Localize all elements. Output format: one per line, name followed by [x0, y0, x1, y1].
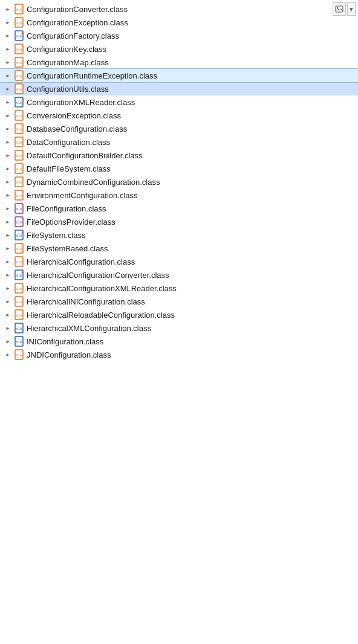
class-icon: 010: [14, 83, 25, 94]
tree-item[interactable]: ►010ConfigurationUtils.class: [0, 82, 358, 95]
item-label: JNDIConfiguration.class: [27, 350, 111, 359]
tree-item[interactable]: ►010ConfigurationConverter.class: [0, 2, 358, 16]
tree-item[interactable]: ►010AConfigurationXMLReader.class: [0, 95, 358, 109]
class-icon: 010: [14, 283, 25, 294]
svg-text:010: 010: [16, 154, 22, 158]
expand-arrow[interactable]: ►: [4, 257, 12, 266]
svg-text:A: A: [21, 31, 24, 36]
item-label: ConfigurationMap.class: [27, 58, 109, 67]
expand-arrow[interactable]: ►: [4, 350, 12, 359]
item-label: HierarchicalReloadableConfiguration.clas…: [27, 311, 175, 320]
item-label: ConfigurationException.class: [27, 18, 128, 27]
class-icon: 010: [14, 243, 25, 254]
svg-text:010: 010: [16, 127, 22, 131]
expand-arrow[interactable]: ►: [4, 297, 12, 306]
svg-text:010: 010: [16, 221, 22, 224]
expand-arrow[interactable]: ►: [4, 191, 12, 199]
class-icon: 010: [14, 309, 25, 320]
svg-text:010: 010: [16, 167, 22, 171]
item-label: DatabaseConfiguration.class: [27, 124, 127, 134]
expand-arrow[interactable]: ►: [4, 98, 12, 106]
class-icon: 010: [14, 296, 25, 307]
tree-item[interactable]: ►010ConversionException.class: [0, 109, 358, 122]
tree-item[interactable]: ►010HierarchicalConfiguration.class: [0, 255, 358, 268]
svg-text:010: 010: [16, 8, 22, 11]
tree-item[interactable]: ►010HierarchicalReloadableConfiguration.…: [0, 308, 358, 321]
expand-arrow[interactable]: ►: [4, 18, 12, 27]
svg-text:A: A: [21, 270, 24, 275]
expand-arrow[interactable]: ►: [4, 111, 12, 120]
svg-text:010: 010: [16, 287, 22, 291]
tree-item[interactable]: ►010AConfigurationFactory.class: [0, 29, 358, 42]
tree-item[interactable]: ►010DynamicCombinedConfiguration.class: [0, 175, 358, 188]
class-icon: 010: [14, 43, 25, 54]
tree-item[interactable]: ►010ConfigurationMap.class: [0, 56, 358, 69]
expand-arrow[interactable]: ►: [4, 284, 12, 292]
item-label: HierarchicalConfigurationXMLReader.class: [27, 284, 177, 293]
tree-item[interactable]: ►010DefaultConfigurationBuilder.class: [0, 149, 358, 162]
tree-item[interactable]: ►010DatabaseConfiguration.class: [0, 122, 358, 135]
expand-arrow[interactable]: ►: [4, 124, 12, 133]
expand-arrow[interactable]: ►: [4, 337, 12, 346]
class-icon: 010: [14, 336, 25, 347]
class-icon: 010: [14, 190, 25, 201]
class-icon: 010: [14, 110, 25, 121]
class-icon: 010: [14, 4, 25, 14]
expand-arrow[interactable]: ►: [4, 324, 12, 332]
tree-item[interactable]: ►010AHierarchicalConfigurationConverter.…: [0, 268, 358, 282]
tree-item[interactable]: ►010HierarchicalConfigurationXMLReader.c…: [0, 282, 358, 295]
expand-arrow[interactable]: ►: [4, 45, 12, 53]
expand-arrow[interactable]: ►: [4, 71, 12, 80]
class-icon: 010: [14, 163, 25, 174]
item-label: ConfigurationXMLReader.class: [27, 98, 135, 107]
item-label: FileSystem.class: [27, 231, 86, 240]
expand-arrow[interactable]: ►: [4, 204, 12, 213]
expand-arrow[interactable]: ►: [4, 178, 12, 186]
expand-arrow[interactable]: ►: [4, 58, 12, 66]
expand-arrow[interactable]: ►: [4, 231, 12, 239]
svg-text:010: 010: [16, 194, 22, 198]
expand-arrow[interactable]: ►: [4, 138, 12, 146]
tree-item[interactable]: ►010EnvironmentConfiguration.class: [0, 188, 358, 202]
item-label: INIConfiguration.class: [27, 337, 103, 346]
item-label: ConfigurationUtils.class: [27, 85, 109, 94]
expand-arrow[interactable]: ►: [4, 85, 12, 93]
svg-text:!: !: [22, 204, 23, 208]
tree-item[interactable]: ►010HierarchicalINIConfiguration.class: [0, 295, 358, 308]
tree-item[interactable]: ►010ConfigurationKey.class: [0, 42, 358, 56]
tree-item[interactable]: ►010INIConfiguration.class: [0, 335, 358, 348]
expand-arrow[interactable]: ►: [4, 217, 12, 226]
svg-text:010: 010: [16, 21, 22, 25]
item-label: ConversionException.class: [27, 111, 121, 120]
expand-arrow[interactable]: ►: [4, 31, 12, 40]
tree-item[interactable]: ►010AFileSystem.class: [0, 228, 358, 242]
expand-arrow[interactable]: ►: [4, 164, 12, 173]
item-label: HierarchicalXMLConfiguration.class: [27, 324, 151, 333]
svg-text:010: 010: [16, 340, 22, 344]
class-icon: 010: [14, 57, 25, 68]
expand-arrow[interactable]: ►: [4, 244, 12, 253]
expand-arrow[interactable]: ►: [4, 5, 12, 13]
tree-item[interactable]: ►010DataConfiguration.class: [0, 135, 358, 149]
svg-text:A: A: [21, 97, 24, 102]
tree-container: ▾ ►010ConfigurationConverter.class►010Co…: [0, 0, 358, 364]
image-button[interactable]: [333, 2, 346, 16]
tree-item[interactable]: ►010ConfigurationRuntimeException.class: [0, 69, 358, 82]
tree-list: ►010ConfigurationConverter.class►010Conf…: [0, 2, 358, 361]
class-icon: 010: [14, 70, 25, 81]
tree-item[interactable]: ►010HierarchicalXMLConfiguration.class: [0, 321, 358, 335]
item-label: DefaultFileSystem.class: [27, 164, 111, 173]
tree-item[interactable]: ►010DefaultFileSystem.class: [0, 162, 358, 175]
class-icon: 010A: [14, 230, 25, 240]
tree-item[interactable]: ►010FileSystemBased.class: [0, 242, 358, 255]
tree-item[interactable]: ►010!FileConfiguration.class: [0, 202, 358, 215]
tree-item[interactable]: ►010ConfigurationException.class: [0, 16, 358, 29]
tree-item[interactable]: ►010!FileOptionsProvider.class: [0, 215, 358, 228]
expand-arrow[interactable]: ►: [4, 311, 12, 319]
dropdown-button[interactable]: ▾: [347, 2, 356, 16]
expand-arrow[interactable]: ►: [4, 151, 12, 159]
item-label: DataConfiguration.class: [27, 138, 110, 147]
expand-arrow[interactable]: ►: [4, 271, 12, 279]
svg-text:010: 010: [16, 327, 22, 330]
tree-item[interactable]: ►010JNDIConfiguration.class: [0, 348, 358, 361]
